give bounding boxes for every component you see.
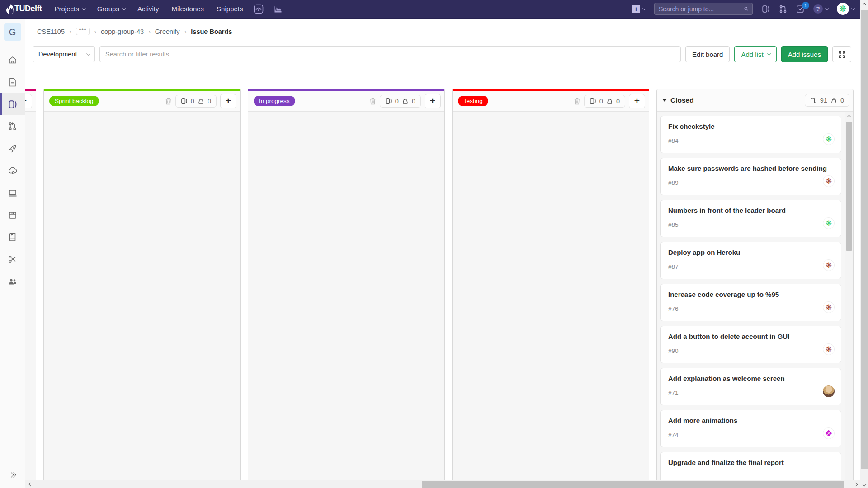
issue-title[interactable]: Fix checkstyle (668, 122, 715, 130)
issue-card[interactable]: Deploy app on Heroku #87 (660, 242, 841, 279)
sidebar-item-members[interactable] (0, 270, 25, 292)
issue-title[interactable]: Add more animations (668, 417, 737, 424)
scroll-up-button[interactable] (845, 112, 853, 120)
issue-title[interactable]: Add explanation as welcome screen (668, 375, 785, 382)
issue-card[interactable]: Make sure passwords are hashed before se… (660, 158, 841, 195)
menu-snippets[interactable]: Snippets (217, 5, 243, 13)
add-issue-to-list-button[interactable]: + (220, 94, 236, 108)
issue-count-icon (590, 98, 596, 104)
scrollbar-thumb[interactable] (846, 122, 852, 251)
tudelft-logo[interactable]: TUDelft (6, 4, 42, 14)
sidebar-item-wiki[interactable] (0, 226, 25, 248)
board-switcher-dropdown[interactable]: Development (33, 46, 95, 62)
assignee-avatar[interactable] (823, 385, 835, 397)
scroll-down-button[interactable] (860, 480, 868, 488)
delete-list-button[interactable] (369, 98, 376, 105)
user-menu[interactable]: ❋ (837, 3, 854, 15)
add-issue-to-list-button[interactable]: + (25, 94, 32, 108)
analytics-chart-icon[interactable] (274, 5, 283, 14)
issue-card[interactable]: Fix checkstyle #84 (660, 116, 841, 153)
trash-icon (369, 98, 376, 105)
menu-milestones[interactable]: Milestones (171, 5, 204, 13)
fullscreen-button[interactable] (832, 46, 851, 62)
cloud-gear-icon (8, 166, 17, 175)
sidebar-item-cicd[interactable] (0, 137, 25, 160)
add-list-button[interactable]: Add list (734, 46, 776, 62)
assignee-avatar[interactable] (823, 427, 835, 439)
issue-card[interactable]: Increase code coverage up to %95 #76 (660, 284, 841, 321)
issue-card[interactable]: Upgrade and finalize the final report (660, 452, 841, 480)
chevron-down-icon (851, 6, 855, 10)
breadcrumb-project[interactable]: Greenify (155, 28, 180, 35)
global-search[interactable] (654, 3, 753, 15)
sidebar-item-snippets[interactable] (0, 248, 25, 270)
breadcrumb-separator: › (148, 28, 151, 35)
closed-column-scrollbar[interactable] (845, 112, 853, 480)
issue-title[interactable]: Upgrade and finalize the final report (668, 459, 784, 466)
issue-card[interactable]: Add explanation as welcome screen #71 (660, 368, 841, 405)
issue-title[interactable]: Make sure passwords are hashed before se… (668, 164, 827, 172)
issue-title[interactable]: Increase code coverage up to %95 (668, 291, 779, 298)
sidebar-item-project-home[interactable] (0, 49, 25, 71)
issue-id: #90 (668, 347, 679, 354)
add-issue-to-list-button[interactable]: + (425, 94, 441, 108)
column-header: Testing 0 0 + (453, 91, 649, 112)
sidebar-item-packages[interactable] (0, 204, 25, 226)
column-label[interactable]: Testing (458, 96, 488, 106)
column-label[interactable]: In progress (254, 96, 295, 106)
chevron-down-icon (86, 52, 90, 55)
breadcrumb-subgroup[interactable]: oopp-group-43 (101, 28, 144, 35)
assignee-avatar[interactable] (823, 217, 835, 229)
weight-count: 0 (208, 98, 211, 105)
column-label[interactable]: Sprint backlog (49, 96, 99, 106)
breadcrumb-separator: › (69, 28, 71, 35)
assignee-avatar[interactable] (823, 259, 835, 271)
sidebar-item-repository[interactable] (0, 71, 25, 93)
scrollbar-thumb[interactable] (861, 10, 868, 469)
menu-activity[interactable]: Activity (137, 5, 159, 13)
menu-groups[interactable]: Groups (97, 5, 125, 13)
sidebar-item-merge-requests[interactable] (0, 115, 25, 137)
assignee-avatar[interactable] (823, 133, 835, 145)
assignee-avatar[interactable] (823, 343, 835, 355)
page-vertical-scrollbar[interactable] (860, 0, 868, 488)
chevron-down-icon (82, 6, 85, 10)
page-horizontal-scrollbar[interactable] (25, 480, 860, 488)
todos-nav-icon[interactable]: 1 (796, 5, 804, 13)
scroll-up-button[interactable] (860, 0, 868, 8)
add-issue-to-list-button[interactable]: + (629, 94, 645, 108)
breadcrumb-group[interactable]: CSE1105 (37, 28, 65, 35)
sidebar-item-issues[interactable] (0, 93, 25, 115)
issue-title[interactable]: Numbers in front of the leader board (668, 206, 786, 214)
sidebar-collapse-toggle[interactable] (0, 461, 25, 488)
sidebar-item-operations[interactable] (0, 160, 25, 182)
issue-count: 0 (395, 98, 399, 105)
edit-board-button[interactable]: Edit board (685, 46, 730, 62)
closed-column-title[interactable]: Closed (662, 96, 694, 104)
caret-down-icon (662, 99, 667, 102)
scroll-right-button[interactable] (851, 480, 860, 488)
issue-card[interactable]: Add more animations #74 (660, 410, 841, 447)
issue-card[interactable]: Add a button to delete account in GUI #9… (660, 326, 841, 363)
breadcrumb-ellipsis[interactable]: ••• (76, 28, 90, 35)
sidebar-item-monitor[interactable] (0, 182, 25, 204)
board-filter-input[interactable] (99, 46, 681, 62)
merge-requests-nav-icon[interactable] (779, 5, 787, 13)
issues-nav-icon[interactable] (762, 5, 770, 13)
delete-list-button[interactable] (165, 98, 172, 105)
issue-title[interactable]: Deploy app on Heroku (668, 249, 740, 256)
delete-list-button[interactable] (574, 98, 580, 105)
menu-projects[interactable]: Projects (55, 5, 85, 13)
project-avatar[interactable]: G (4, 23, 21, 41)
issue-card[interactable]: Numbers in front of the leader board #85 (660, 200, 841, 237)
global-search-input[interactable] (659, 5, 741, 13)
issue-title[interactable]: Add a button to delete account in GUI (668, 333, 789, 340)
assignee-avatar[interactable] (823, 301, 835, 313)
new-menu-button[interactable]: + (632, 5, 645, 13)
scroll-left-button[interactable] (26, 480, 35, 488)
help-menu[interactable]: ? (813, 4, 828, 14)
dashboard-gauge-icon[interactable] (254, 4, 264, 14)
scrollbar-thumb[interactable] (422, 481, 844, 488)
add-issues-button[interactable]: Add issues (781, 46, 828, 62)
assignee-avatar[interactable] (823, 175, 835, 187)
